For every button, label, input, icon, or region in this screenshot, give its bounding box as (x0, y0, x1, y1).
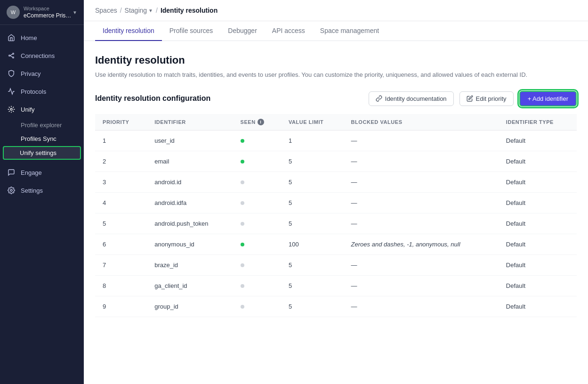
table-body: 1 user_id 1 — Default 2 email 5 — Defaul… (95, 130, 577, 317)
cell-identifier: android.push_token (147, 213, 233, 234)
sidebar-sub-item-unify-settings[interactable]: Unify settings (3, 146, 81, 160)
tab-profile-sources[interactable]: Profile sources (162, 21, 221, 41)
table-row[interactable]: 8 ga_client_id 5 — Default (95, 275, 577, 296)
workspace-name: eCommerce Pristi... (24, 12, 72, 19)
svg-point-1 (13, 53, 14, 55)
sidebar-item-settings[interactable]: Settings (0, 181, 84, 199)
col-identifier-type: IDENTIFIER TYPE (499, 114, 577, 131)
tab-space-management[interactable]: Space management (313, 21, 387, 41)
cell-priority: 9 (95, 296, 147, 317)
breadcrumb-current: Identity resolution (161, 7, 217, 14)
engage-icon (7, 168, 16, 177)
staging-chevron-icon: ▼ (148, 8, 153, 13)
table-row[interactable]: 5 android.push_token 5 — Default (95, 213, 577, 234)
cell-blocked-values: — (344, 213, 499, 234)
cell-seen (233, 296, 281, 317)
cell-identifier: group_id (147, 296, 233, 317)
col-value-limit: VALUE LIMIT (281, 114, 344, 131)
edit-priority-button[interactable]: Edit priority (459, 91, 514, 106)
sidebar-item-home[interactable]: Home (0, 29, 84, 47)
sidebar-nav: Home Connections Privacy Protocols Unify (0, 25, 84, 384)
tab-api-access[interactable]: API access (265, 21, 313, 41)
cell-value-limit: 1 (281, 130, 344, 151)
cell-blocked-values: — (344, 130, 499, 151)
table-header: PRIORITY IDENTIFIER SEEN i VALUE LIMIT B… (95, 114, 577, 131)
svg-line-3 (10, 54, 12, 56)
table-row[interactable]: 7 braze_id 5 — Default (95, 254, 577, 275)
cell-identifier-type: Default (499, 234, 577, 254)
breadcrumb: Spaces / Staging ▼ / Identity resolution (95, 7, 217, 14)
table-row[interactable]: 2 email 5 — Default (95, 151, 577, 172)
breadcrumb-spaces[interactable]: Spaces (95, 7, 117, 14)
home-icon (7, 33, 16, 42)
cell-seen (233, 213, 281, 234)
col-priority: PRIORITY (95, 114, 147, 131)
tab-api-access-label: API access (272, 27, 305, 34)
identity-documentation-label: Identity documentation (385, 95, 447, 102)
cell-identifier: braze_id (147, 254, 233, 275)
table-row[interactable]: 9 group_id 5 — Default (95, 296, 577, 317)
breadcrumb-staging[interactable]: Staging ▼ (125, 7, 153, 14)
table-row[interactable]: 1 user_id 1 — Default (95, 130, 577, 151)
cell-seen (233, 172, 281, 192)
page-title: Identity resolution (95, 54, 577, 66)
cell-blocked-values: — (344, 254, 499, 275)
cell-priority: 5 (95, 213, 147, 234)
main-content: Spaces / Staging ▼ / Identity resolution… (84, 0, 588, 384)
sidebar-item-protocols-label: Protocols (21, 88, 46, 95)
cell-value-limit: 5 (281, 192, 344, 213)
page-content: Identity resolution Use identity resolut… (84, 41, 588, 384)
tab-identity-resolution[interactable]: Identity resolution (95, 21, 162, 41)
identity-documentation-button[interactable]: Identity documentation (369, 91, 454, 106)
cell-priority: 1 (95, 130, 147, 151)
tab-debugger[interactable]: Debugger (220, 21, 265, 41)
sidebar-item-protocols[interactable]: Protocols (0, 82, 84, 100)
cell-identifier-type: Default (499, 172, 577, 192)
sidebar: W Workspace eCommerce Pristi... ▼ Home C… (0, 0, 84, 384)
svg-point-0 (9, 55, 10, 57)
cell-seen (233, 151, 281, 172)
settings-icon (7, 186, 16, 195)
edit-icon (467, 95, 473, 102)
sidebar-item-engage[interactable]: Engage (0, 163, 84, 181)
cell-identifier-type: Default (499, 151, 577, 172)
cell-priority: 4 (95, 192, 147, 213)
topbar: Spaces / Staging ▼ / Identity resolution (84, 0, 588, 21)
sidebar-sub-item-unify-settings-label: Unify settings (20, 149, 56, 156)
cell-blocked-values: — (344, 296, 499, 317)
seen-info-icon[interactable]: i (258, 119, 264, 125)
cell-value-limit: 5 (281, 213, 344, 234)
sidebar-sub-item-profiles-sync[interactable]: Profiles Sync (0, 132, 84, 146)
workspace-label: Workspace (24, 6, 72, 12)
tab-profile-sources-label: Profile sources (169, 27, 213, 34)
cell-priority: 8 (95, 275, 147, 296)
svg-line-4 (10, 56, 12, 57)
sidebar-item-privacy[interactable]: Privacy (0, 65, 84, 82)
svg-point-5 (10, 108, 12, 110)
svg-point-2 (13, 57, 14, 58)
sidebar-item-unify[interactable]: Unify (0, 100, 84, 118)
add-identifier-button[interactable]: + Add identifier (519, 91, 577, 106)
cell-seen (233, 130, 281, 151)
link-icon (376, 95, 382, 102)
tab-identity-resolution-label: Identity resolution (103, 27, 154, 34)
table-row[interactable]: 6 anonymous_id 100 Zeroes and dashes, -1… (95, 234, 577, 254)
sidebar-item-engage-label: Engage (21, 169, 42, 176)
sidebar-item-privacy-label: Privacy (21, 70, 41, 77)
cell-seen (233, 275, 281, 296)
cell-identifier-type: Default (499, 130, 577, 151)
sidebar-sub-item-profile-explorer[interactable]: Profile explorer (0, 118, 84, 132)
sidebar-item-connections[interactable]: Connections (0, 47, 84, 65)
workspace-chevron-icon: ▼ (72, 10, 77, 15)
col-seen: SEEN i (233, 114, 281, 131)
table-row[interactable]: 3 android.id 5 — Default (95, 172, 577, 192)
workspace-switcher[interactable]: W Workspace eCommerce Pristi... ▼ (0, 0, 84, 25)
cell-value-limit: 5 (281, 296, 344, 317)
workspace-icon: W (7, 6, 20, 19)
sidebar-item-home-label: Home (21, 34, 37, 41)
table-row[interactable]: 4 android.idfa 5 — Default (95, 192, 577, 213)
cell-seen (233, 234, 281, 254)
cell-identifier-type: Default (499, 254, 577, 275)
cell-value-limit: 5 (281, 275, 344, 296)
cell-priority: 2 (95, 151, 147, 172)
